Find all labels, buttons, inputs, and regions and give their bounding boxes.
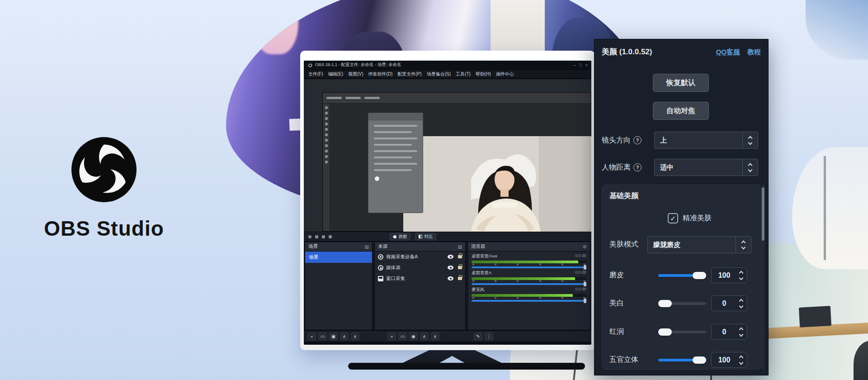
original-toggle-button[interactable]: 原图 [390, 233, 410, 240]
smooth-skin-value[interactable]: 100 [711, 267, 747, 283]
slider-handle[interactable] [658, 328, 672, 336]
help-icon[interactable]: ? [633, 163, 642, 171]
menu-scene-collection[interactable]: 场景集合(S) [427, 71, 451, 77]
menu-profile[interactable]: 配置文件(P) [397, 71, 421, 77]
remove-source-button[interactable]: ▭ [398, 332, 407, 340]
rosy-value[interactable]: 0 [711, 324, 747, 340]
minimize-button[interactable]: – [573, 63, 576, 67]
person-distance-label: 人物距离 ? [602, 163, 642, 172]
volume-slider[interactable] [472, 266, 586, 268]
spinner-arrows-icon[interactable] [742, 132, 758, 148]
help-icon[interactable]: ? [633, 136, 642, 144]
stepper-arrows-icon[interactable] [737, 355, 747, 365]
move-down-button[interactable]: ∨ [351, 332, 359, 340]
scenes-dock-title: 场景 [308, 243, 318, 250]
spinner-arrows-icon[interactable] [736, 237, 751, 253]
compare-toggle-button[interactable]: 对比 [415, 233, 436, 240]
source-down-button[interactable]: ∨ [431, 332, 439, 340]
slider-handle[interactable] [693, 272, 706, 279]
spinner-arrows-icon[interactable] [742, 159, 758, 176]
status-icon [322, 235, 325, 238]
visibility-eye-icon[interactable] [448, 276, 453, 280]
remove-scene-button[interactable]: ▭ [318, 332, 327, 340]
more-options-icon[interactable]: ⋮ [485, 332, 493, 340]
whitening-value[interactable]: 0 [711, 295, 747, 311]
skin-mode-label: 美肤模式 [609, 240, 638, 249]
monitor-stand-base [348, 363, 585, 370]
monitor: OBS 29.1.1 - 配置文件: 未命名 - 场景: 未命名 – □ × 文… [300, 51, 595, 350]
close-button[interactable]: × [585, 63, 588, 67]
source-properties-button[interactable]: ◉ [409, 332, 418, 340]
docks-area: 场景 ▤ 场景 来源 ▤ 视频采集设备A 媒体源 [304, 242, 591, 330]
photoshop-dialog [368, 113, 423, 213]
autofocus-button[interactable]: 自动对焦 [653, 102, 709, 120]
window-title: OBS 29.1.1 - 配置文件: 未命名 - 场景: 未命名 [315, 62, 401, 68]
source-row[interactable]: 视频采集设备A [375, 252, 465, 262]
visibility-eye-icon[interactable] [448, 255, 453, 259]
background-photo-top-right [806, 0, 868, 60]
precise-skin-checkbox[interactable]: ✓ [668, 213, 678, 223]
slider-handle[interactable] [658, 300, 672, 307]
tutorial-link[interactable]: 教程 [747, 48, 761, 57]
visibility-eye-icon[interactable] [448, 266, 453, 270]
stage: OBS Studio OBS 29.1.1 - 配置文件: 未命名 - 场景: … [0, 0, 868, 380]
scene-list-item[interactable]: 场景 [305, 252, 372, 263]
group-title: 基础美颜 [609, 191, 638, 201]
rosy-label: 红润 [609, 327, 624, 337]
stepper-arrows-icon[interactable] [737, 271, 747, 280]
brand-title: OBS Studio [27, 216, 181, 241]
menu-help[interactable]: 帮助(H) [476, 71, 491, 77]
mixer-channel: 桌面音量A 0.0 dB [468, 268, 590, 285]
obs-menubar: 文件(F) 编辑(E) 视图(V) 停靠部件(D) 配置文件(P) 场景集合(S… [304, 70, 591, 79]
dock-menu-icon[interactable]: ▤ [458, 244, 462, 249]
menu-view[interactable]: 视图(V) [348, 71, 363, 77]
dock-menu-icon[interactable]: ▤ [365, 244, 369, 249]
person-distance-select[interactable]: 适中 [654, 159, 758, 176]
whitening-slider[interactable] [658, 302, 706, 305]
background-photo-right [792, 147, 868, 269]
source-row[interactable]: 窗口采集 [375, 273, 465, 284]
lock-icon[interactable] [458, 266, 462, 269]
skin-mode-select[interactable]: 朦胧磨皮 [647, 236, 751, 253]
menu-file[interactable]: 文件(F) [308, 71, 323, 77]
rosy-slider[interactable] [658, 331, 706, 333]
volume-slider[interactable] [472, 283, 586, 285]
lock-icon[interactable] [458, 277, 462, 280]
face-3d-value[interactable]: 100 [711, 352, 747, 368]
db-value: 0.0 dB [575, 287, 586, 293]
edit-icon[interactable]: ✎ [474, 332, 482, 340]
mixer-channel: 桌面音量/Aux 0.0 dB [468, 252, 590, 268]
slider-handle[interactable] [693, 356, 706, 364]
smooth-skin-slider[interactable] [658, 274, 706, 277]
panel-scrollbar[interactable] [762, 187, 764, 241]
qq-support-link[interactable]: QQ客服 [716, 48, 740, 57]
add-source-button[interactable]: ＋ [387, 332, 396, 340]
obs-titlebar: OBS 29.1.1 - 配置文件: 未命名 - 场景: 未命名 – □ × [304, 61, 591, 70]
move-up-button[interactable]: ∧ [340, 332, 349, 340]
db-value: 0.0 dB [575, 253, 586, 259]
menu-tools[interactable]: 工具(T) [456, 71, 471, 77]
db-value: 0.0 dB [575, 270, 586, 276]
face-3d-slider[interactable] [658, 359, 706, 361]
source-up-button[interactable]: ∧ [420, 332, 429, 340]
status-icon [308, 235, 311, 238]
face-3d-label: 五官立体 [609, 355, 638, 365]
menu-plugin-center[interactable]: 插件中心 [496, 71, 514, 77]
camera-direction-select[interactable]: 上 [654, 132, 758, 149]
obs-logo-icon [70, 136, 138, 204]
obs-brand: OBS Studio [27, 136, 181, 241]
panel-title: 美颜 (1.0.0.52) [602, 47, 652, 57]
lock-icon[interactable] [458, 255, 462, 258]
stepper-arrows-icon[interactable] [737, 327, 747, 337]
split-icon [419, 235, 422, 238]
menu-edit[interactable]: 编辑(E) [328, 71, 343, 77]
source-row[interactable]: 媒体源 [375, 262, 465, 273]
dock-menu-icon[interactable]: ⚙ [583, 244, 587, 249]
menu-docks[interactable]: 停靠部件(D) [368, 71, 392, 77]
maximize-button[interactable]: □ [579, 63, 581, 67]
stepper-arrows-icon[interactable] [737, 299, 747, 309]
restore-defaults-button[interactable]: 恢复默认 [653, 74, 709, 92]
volume-slider[interactable] [472, 300, 586, 302]
duplicate-scene-button[interactable]: ▣ [329, 332, 338, 340]
add-scene-button[interactable]: ＋ [307, 332, 316, 340]
